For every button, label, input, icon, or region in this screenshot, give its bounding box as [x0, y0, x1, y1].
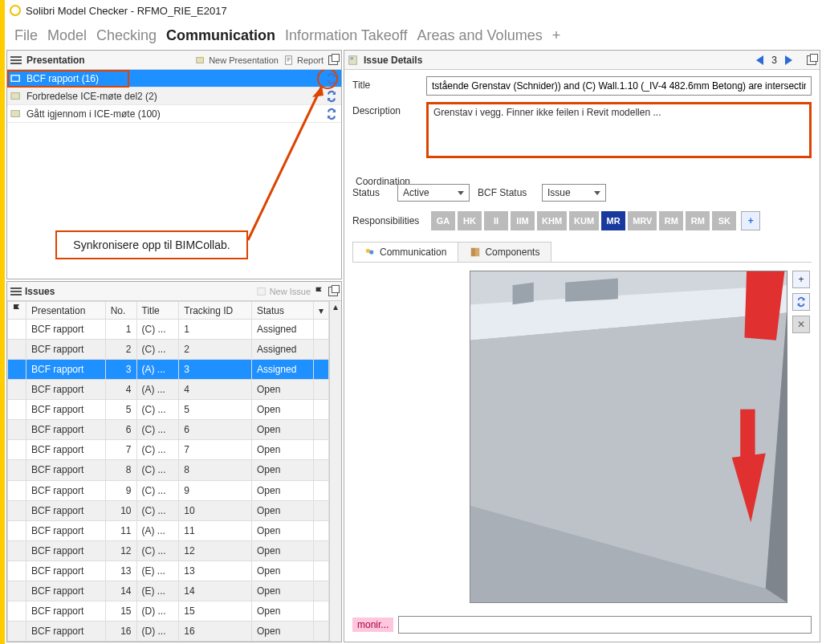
issues-table: Presentation No. Title Tracking ID Statu… — [7, 301, 329, 642]
report-button[interactable]: Report — [283, 55, 324, 66]
popout-icon[interactable] — [328, 287, 338, 296]
responsibility-tag[interactable]: KHM — [537, 211, 567, 230]
window-title: Solibri Model Checker - RFMO_RIE_E2017 — [26, 5, 227, 17]
svg-rect-3 — [12, 75, 19, 80]
table-row[interactable]: BCF rapport5(C) ...5Open — [8, 400, 329, 420]
presentation-row[interactable]: Gått igjennom i ICE-møte (100) — [7, 105, 341, 123]
tab-communication[interactable]: Communication — [352, 242, 458, 262]
comment-input[interactable] — [398, 616, 812, 634]
menu-file[interactable]: File — [14, 27, 38, 44]
bcf-status-label: BCF Status — [478, 187, 534, 198]
new-issue-button[interactable]: New Issue — [256, 286, 311, 297]
viewer-delete-button[interactable]: ✕ — [792, 316, 810, 333]
sync-icon[interactable] — [325, 90, 338, 103]
menu-areas-volumes[interactable]: Areas and Volumes — [417, 27, 543, 44]
flag-icon — [13, 304, 21, 314]
menu-info-takeoff[interactable]: Information Takeoff — [285, 27, 407, 44]
viewer-add-button[interactable]: + — [792, 271, 810, 288]
title-input[interactable] — [426, 76, 812, 96]
table-row[interactable]: BCF rapport12(C) ...12Open — [8, 540, 329, 560]
presentation-row[interactable]: Forbredelse ICE-møte del2 (2) — [7, 88, 341, 105]
title-bar: Solibri Model Checker - RFMO_RIE_E2017 — [5, 0, 822, 21]
responsibility-tag[interactable]: RM — [659, 211, 683, 230]
table-row[interactable]: BCF rapport14(E) ...14Open — [8, 581, 329, 601]
lines-icon — [10, 287, 22, 296]
table-row[interactable]: BCF rapport7(C) ...7Open — [8, 440, 329, 460]
menu-add[interactable]: + — [552, 27, 561, 44]
presentation-icon — [10, 73, 22, 84]
table-row[interactable]: BCF rapport10(C) ...10Open — [8, 500, 329, 520]
lines-icon — [10, 56, 22, 64]
comment-user: monir... — [352, 618, 393, 632]
sync-icon[interactable] — [325, 72, 338, 85]
table-row[interactable]: BCF rapport11(A) ...11Open — [8, 520, 329, 540]
col-presentation[interactable]: Presentation — [26, 302, 106, 320]
table-row[interactable]: BCF rapport16(D) ...16Open — [8, 621, 329, 641]
responsibility-tag[interactable]: IIM — [511, 211, 535, 230]
table-row[interactable]: BCF rapport9(C) ...9Open — [8, 480, 329, 500]
responsibility-tag[interactable]: KUM — [569, 211, 599, 230]
responsibility-tag[interactable]: II — [484, 211, 508, 230]
presentation-row[interactable]: BCF rapport (16) — [7, 70, 341, 88]
presentation-label: Forbredelse ICE-møte del2 (2) — [26, 91, 157, 102]
model-viewer[interactable] — [470, 271, 787, 603]
col-title[interactable]: Title — [136, 302, 179, 320]
menu-communication[interactable]: Communication — [166, 27, 275, 44]
col-tracking[interactable]: Tracking ID — [179, 302, 252, 320]
responsibility-tag[interactable]: HK — [458, 211, 482, 230]
table-row[interactable]: BCF rapport3(A) ...3Assigned — [8, 360, 329, 380]
responsibility-tag[interactable]: MR — [601, 211, 625, 230]
new-presentation-button[interactable]: New Presentation — [195, 55, 279, 66]
sync-icon[interactable] — [325, 108, 338, 120]
table-row[interactable]: BCF rapport13(E) ...13Open — [8, 560, 329, 581]
sync-icon — [796, 296, 807, 308]
viewer-sync-button[interactable] — [792, 293, 810, 311]
table-row[interactable]: BCF rapport2(C) ...2Assigned — [8, 340, 329, 360]
title-label: Title — [352, 76, 418, 91]
table-row[interactable]: BCF rapport6(C) ...6Open — [8, 420, 329, 440]
responsibility-tag[interactable]: GA — [431, 211, 455, 230]
svg-rect-1 — [286, 55, 292, 64]
responsibility-tag[interactable]: MRV — [628, 211, 657, 230]
communication-icon — [364, 247, 376, 258]
popout-icon[interactable] — [807, 55, 816, 65]
new-presentation-icon — [195, 55, 206, 66]
add-responsibility-button[interactable]: + — [741, 211, 760, 230]
nav-next-button[interactable] — [785, 55, 792, 65]
bcf-status-select[interactable]: Issue — [542, 184, 606, 202]
presentation-panel-title: Presentation — [26, 55, 190, 66]
svg-rect-5 — [11, 110, 20, 116]
report-icon — [283, 55, 295, 66]
svg-rect-4 — [11, 92, 20, 99]
description-label: Description — [352, 102, 418, 116]
svg-rect-10 — [351, 57, 354, 59]
menu-checking[interactable]: Checking — [96, 27, 157, 44]
col-flag[interactable] — [8, 302, 26, 320]
svg-point-12 — [369, 250, 373, 254]
description-input[interactable]: Grenstav i vegg. Finner ikke feilen i Re… — [426, 102, 812, 158]
table-row[interactable]: BCF rapport4(A) ...4Open — [8, 380, 329, 400]
scrollbar[interactable]: ▴ — [329, 301, 341, 642]
col-no[interactable]: No. — [105, 302, 136, 320]
menu-model[interactable]: Model — [47, 27, 87, 44]
popout-icon[interactable] — [328, 55, 338, 65]
issues-panel-title: Issues — [25, 286, 253, 297]
responsibility-tag[interactable]: SK — [712, 211, 736, 230]
nav-prev-button[interactable] — [756, 55, 763, 65]
flag-icon[interactable] — [314, 286, 325, 297]
table-row[interactable]: BCF rapport15(D) ...15Open — [8, 601, 329, 621]
components-icon — [470, 247, 481, 258]
status-select[interactable]: Active — [397, 184, 470, 202]
table-row[interactable]: BCF rapport8(C) ...8Open — [8, 460, 329, 480]
tab-components[interactable]: Components — [458, 242, 551, 262]
col-status[interactable]: Status — [251, 302, 313, 320]
presentation-icon — [10, 91, 22, 102]
table-row[interactable]: BCF rapport1(C) ...1Assigned — [8, 320, 329, 340]
presentation-label: Gått igjennom i ICE-møte (100) — [26, 108, 161, 120]
svg-rect-9 — [349, 55, 357, 64]
col-config[interactable]: ▾ — [313, 302, 328, 320]
svg-rect-18 — [740, 410, 755, 462]
responsibility-tag[interactable]: RM — [686, 211, 710, 230]
annotation-text: Synkronisere opp til BIMCollab. — [55, 230, 248, 259]
svg-rect-14 — [475, 248, 479, 257]
